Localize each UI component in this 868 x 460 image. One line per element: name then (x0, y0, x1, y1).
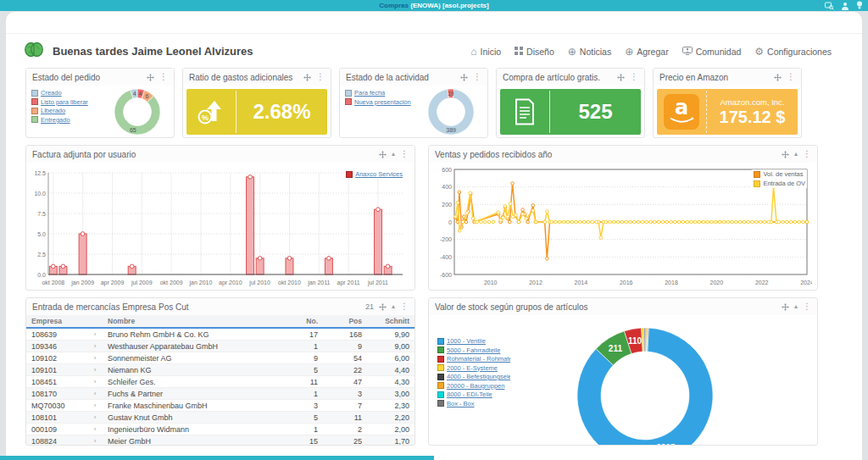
move-icon[interactable] (774, 74, 782, 81)
legend-label: Rohmaterial - Rohmaterial (447, 355, 510, 363)
col-nombre[interactable]: Nombre (103, 315, 279, 328)
col-empresa[interactable]: Empresa (26, 315, 87, 328)
card-compra-gratis: Compra de artículo gratis. ⋮ 525 (496, 68, 645, 138)
estado-pedido-donut[interactable]: 44665 (110, 86, 164, 137)
horizontal-scrollbar[interactable] (0, 456, 434, 460)
row-expand-chevron[interactable]: › (87, 376, 103, 388)
legend-item[interactable]: Creado (31, 89, 104, 97)
move-icon[interactable] (460, 74, 468, 81)
panel-ventas: Ventas y pedidos recibidos año ▴ ⋮ Vol. … (428, 145, 818, 291)
kebab-menu-icon[interactable]: ⋮ (473, 73, 481, 81)
collapse-icon[interactable]: ▴ (392, 151, 395, 158)
nav-noticias[interactable]: ⊕Noticias (568, 47, 611, 57)
nav-configuraciones[interactable]: ⚙Configuraciones (754, 47, 832, 57)
kebab-menu-icon[interactable]: ⋮ (630, 73, 638, 81)
row-expand-chevron[interactable]: › (87, 341, 103, 352)
legend-label: 1000 - Ventile (447, 337, 486, 345)
percent-up-arrow-icon: % (186, 89, 236, 135)
legend-item[interactable]: Nueva presentación (345, 98, 418, 106)
row-expand-chevron[interactable]: › (87, 352, 103, 364)
row-expand-chevron[interactable]: › (87, 328, 103, 341)
collapse-icon[interactable]: ▴ (794, 151, 798, 158)
legend-item[interactable]: Rohmaterial - Rohmaterial (437, 355, 510, 363)
preview-search-icon[interactable] (825, 2, 834, 10)
move-icon[interactable] (379, 303, 387, 311)
nav-label: Comunidad (696, 47, 742, 57)
kebab-menu-icon[interactable]: ⋮ (803, 150, 811, 158)
move-icon[interactable] (147, 74, 154, 81)
kebab-menu-icon[interactable]: ⋮ (159, 73, 168, 81)
legend-swatch (754, 180, 760, 187)
grid-icon (515, 47, 523, 57)
legend-item[interactable]: 2000 - E-Systeme (437, 364, 510, 372)
move-icon[interactable] (617, 74, 625, 81)
card-title: Estado del pedido (32, 73, 142, 82)
table-row[interactable]: 108824›Meier GmbH15251,70 (26, 435, 415, 446)
legend-label: Listo para liberar (41, 98, 88, 106)
table-row[interactable]: MQ70030›Franke Maschinenbau GmbH372,30 (26, 400, 415, 412)
legend-item[interactable]: Anaxco Services (346, 170, 403, 178)
table-row[interactable]: 109346›Westhauser Apparatebau GmbH199,00 (26, 341, 415, 352)
col-schnitt[interactable]: Schnitt (367, 315, 415, 328)
kebab-menu-icon[interactable]: ⋮ (316, 73, 325, 81)
table-row[interactable]: 108170›Fuchs & Partner133,00 (26, 388, 415, 400)
row-expand-chevron[interactable]: › (87, 435, 103, 446)
row-expand-chevron[interactable]: › (87, 400, 103, 412)
row-expand-chevron[interactable]: › (87, 388, 103, 400)
move-icon[interactable] (782, 151, 789, 158)
kebab-menu-icon[interactable]: ⋮ (787, 73, 795, 81)
nav-agregar[interactable]: ⊕Agregar (625, 47, 668, 57)
svg-text:jan 2011: jan 2011 (307, 280, 330, 286)
table-row[interactable]: 108101›Gustav Knut Gmbh5112,20 (26, 412, 415, 424)
table-row[interactable]: 108639›Bruno Rehm GmbH & Co. KG171689,90 (26, 328, 415, 341)
legend-item[interactable]: Listo para liberar (31, 98, 104, 106)
collapse-icon[interactable]: ▴ (794, 303, 798, 310)
svg-text:2024: 2024 (800, 280, 812, 285)
community-icon (682, 47, 693, 57)
legend-item[interactable]: Entrada de OV (754, 180, 805, 187)
legend-label: 4000 - Befestigungselemente (447, 373, 510, 380)
idea-lightbulb-icon[interactable] (856, 1, 863, 10)
legend-item[interactable]: 4000 - Befestigungselemente (437, 373, 510, 380)
nav-inicio[interactable]: ⌂Inicio (470, 47, 501, 57)
col-pos[interactable]: Pos (323, 315, 367, 328)
row-expand-chevron[interactable]: › (87, 424, 103, 435)
legend-item[interactable]: Vol. de ventas (754, 170, 805, 178)
legend-item[interactable]: Entregado (31, 116, 104, 124)
legend-swatch (437, 400, 444, 407)
legend-item[interactable]: Para fecha (345, 89, 418, 97)
collapse-icon[interactable]: ▴ (392, 303, 395, 310)
row-expand-chevron[interactable]: › (87, 364, 103, 376)
legend-item[interactable]: Liberado (31, 107, 104, 114)
document-icon (500, 89, 549, 135)
actividad-donut[interactable]: 38919 (424, 86, 478, 137)
table-row[interactable]: 109101›Niemann KG5224,40 (26, 364, 415, 376)
table-cell: Sonnenmeister AG (103, 352, 279, 364)
table-cell: 9 (323, 341, 367, 352)
legend-item[interactable]: 5000 - Fahrradteile (437, 346, 510, 354)
user-icon[interactable] (841, 2, 849, 10)
legend-item[interactable]: 20000 - Baugruppen (437, 382, 510, 390)
col-no[interactable]: No. (279, 315, 323, 328)
table-cell: 108451 (26, 376, 87, 388)
table-row[interactable]: 000109›Ingenieurbüro Widmann122,00 (26, 424, 415, 435)
row-expand-chevron[interactable]: › (87, 412, 103, 424)
move-icon[interactable] (303, 74, 311, 81)
svg-text:apr 2011: apr 2011 (337, 280, 360, 286)
kebab-menu-icon[interactable]: ⋮ (400, 150, 409, 158)
legend-item[interactable]: 1000 - Ventile (437, 337, 510, 345)
legend-item[interactable]: 8000 - EDI-Teile (437, 391, 510, 398)
table-row[interactable]: 108451›Schleifer Ges.11474,30 (26, 376, 415, 388)
legend-item[interactable]: Box - Box (437, 400, 510, 407)
table-row[interactable]: 109102›Sonnenmeister AG9546,00 (26, 352, 415, 364)
kebab-menu-icon[interactable]: ⋮ (400, 302, 409, 311)
nav-comunidad[interactable]: Comunidad (682, 47, 742, 57)
table-cell: 1 (279, 388, 323, 400)
kebab-menu-icon[interactable]: ⋮ (803, 302, 811, 311)
move-icon[interactable] (379, 151, 387, 158)
legend-swatch (346, 171, 353, 178)
move-icon[interactable] (782, 303, 789, 311)
factura-bar-chart[interactable]: okt 2008jan 2009apr 2009jul 2009okt 2009… (26, 163, 409, 288)
ratio-value: 2.68% (253, 100, 310, 124)
nav-diseno[interactable]: Diseño (515, 47, 554, 57)
